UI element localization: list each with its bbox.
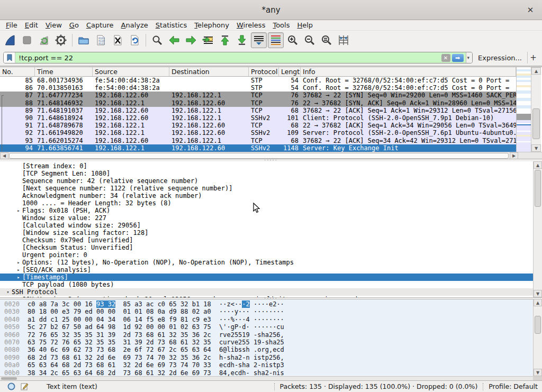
detail-row[interactable]: [Window size scaling factor: 128] [0,229,533,236]
expander-closed-icon[interactable]: ▸ [15,266,22,274]
packet-row[interactable]: 8871.648146932192.168.122.1192.168.122.6… [0,99,516,107]
packet-row[interactable]: 9471.663856741192.168.122.1192.168.122.6… [0,144,516,152]
hex-row[interactable]: 0040a1 dd c1 25 00 00 04 34 06 14 f5 e8 … [4,316,284,323]
display-filter-input[interactable] [15,52,441,63]
reload-file-button[interactable] [127,32,142,48]
hex-row[interactable]: 007063 75 72 76 65 32 35 35 31 39 2d 73 … [4,339,284,346]
filter-apply-button[interactable]: ➡ [452,54,464,62]
go-to-packet-button[interactable] [200,32,216,48]
detail-row[interactable]: Window size value: 227 [0,214,533,222]
packet-list-hscrollbar[interactable]: ◀ ▶ [0,152,518,159]
column-header-info[interactable]: Info [301,67,516,76]
resize-columns-button[interactable] [336,32,351,48]
detail-row[interactable]: ▸[SEQ/ACK analysis] [0,266,533,274]
scrollbar-thumb[interactable] [535,170,541,207]
scrollbar-thumb[interactable] [1,377,17,380]
detail-row[interactable]: Urgent pointer: 0 [0,251,533,259]
menu-analyze[interactable]: Analyze [118,21,152,30]
auto-scroll-button[interactable] [251,32,267,48]
save-file-button[interactable]: 010101100111 [93,32,109,48]
expander-closed-icon[interactable]: ▸ [15,274,22,281]
column-header-time[interactable]: Time [35,67,93,76]
menu-statistics[interactable]: Statistics [152,21,191,30]
detail-row[interactable]: [TCP Segment Len: 1080] [0,170,533,177]
start-capture-button[interactable] [2,32,18,48]
scroll-down-arrow-icon[interactable]: ▼ [534,369,542,376]
menu-capture[interactable]: Capture [83,21,118,30]
expression-button[interactable]: Expression... [473,54,527,62]
menu-go[interactable]: Go [66,21,83,30]
scroll-up-arrow-icon[interactable]: ▲ [534,299,542,306]
zoom-in-button[interactable] [285,32,301,48]
column-header-length[interactable]: Length [279,67,301,76]
capture-comment-icon[interactable] [21,382,29,390]
details-vscrollbar[interactable]: ▲ ▼ [533,161,542,297]
detail-row[interactable]: 1000 .... = Header Length: 32 bytes (8) [0,199,533,207]
column-header-protocol[interactable]: Protocol [249,67,279,76]
go-forward-button[interactable] [183,32,199,48]
packet-row[interactable]: 9271.661949820192.168.122.1192.168.122.6… [0,129,516,136]
bytes-vscrollbar[interactable]: ▲ ▼ [533,299,542,376]
zoom-100-button[interactable] [319,32,335,48]
scroll-up-arrow-icon[interactable]: ▲ [534,161,542,169]
find-packet-button[interactable] [149,32,165,48]
colorize-packets-button[interactable] [268,32,284,48]
detail-row[interactable]: Acknowledgment number: 34 (relative ack … [0,192,533,199]
menu-help[interactable]: Help [293,21,317,30]
restart-capture-button[interactable] [36,32,52,48]
detail-row[interactable]: Sequence number: 42 (relative sequence n… [0,177,533,185]
hex-row[interactable]: 00b038 34 2c 65 63 64 68 2d 73 68 61 32 … [4,369,284,376]
stop-capture-button[interactable] [19,32,35,48]
menu-wireless[interactable]: Wireless [233,21,269,30]
detail-row[interactable]: [Stream index: 0] [0,162,533,170]
hex-row[interactable]: 00a065 63 64 68 2d 73 68 61 32 2d 6e 69 … [4,361,284,369]
packet-row[interactable]: 9171.648789678192.168.122.1192.168.122.6… [0,122,516,129]
menu-edit[interactable]: Edit [21,21,42,30]
packet-list-minimap[interactable] [516,67,531,152]
column-header-source[interactable]: Source [93,67,169,76]
hex-row[interactable]: 008036 40 6c 69 62 73 73 68 2e 6f 72 67 … [4,346,284,353]
scrollbar-thumb[interactable] [532,108,540,139]
bytes-hscrollbar[interactable] [0,376,533,380]
expander-closed-icon[interactable]: ▸ [15,207,22,214]
menu-telephony[interactable]: Telephony [191,21,233,30]
close-window-button[interactable]: ✕ [525,5,536,15]
add-filter-button[interactable]: + [527,52,539,63]
packet-row[interactable]: 8971.648191037192.168.122.60192.168.122.… [0,107,516,114]
hex-row[interactable]: 006072 76 65 32 35 35 31 39 2d 73 68 61 … [4,331,284,339]
scrollbar-thumb[interactable] [535,316,541,334]
hex-row[interactable]: 003080 18 00 e3 79 ed 00 00 01 01 08 0a … [4,308,284,315]
expert-info-icon[interactable] [7,382,15,390]
detail-row[interactable]: TCP payload (1080 bytes) [0,281,533,288]
detail-row[interactable]: [Checksum Status: Unverified] [0,244,533,251]
detail-row[interactable]: ▸Options: (12 bytes), No-Operation (NOP)… [0,259,533,266]
menu-tools[interactable]: Tools [269,21,293,30]
packet-list-vscrollbar[interactable]: ▲ ▼ [531,67,541,152]
profile-selector[interactable]: Profile: Default [489,382,538,390]
go-back-button[interactable] [166,32,182,48]
column-header-destination[interactable]: Destination [169,67,249,76]
menu-file[interactable]: File [2,21,21,30]
packet-row[interactable]: 9071.648618924192.168.122.60192.168.122.… [0,114,516,122]
packet-row[interactable]: 8568.001734936fe:54:00:d4:38:2aSTP54Conf… [0,77,516,84]
filter-clear-button[interactable]: ✕ [441,54,450,62]
packet-row[interactable]: 9371.662015274192.168.122.60192.168.122.… [0,137,516,144]
menu-view[interactable]: View [42,21,66,30]
hex-row[interactable]: 0020c0 a8 7a 3c 00 16 93 32 85 a3 ac c0 … [4,300,284,308]
detail-row[interactable]: ▾SSH Protocol [0,288,533,296]
expander-open-icon[interactable]: ▾ [4,288,12,296]
detail-row[interactable]: [Next sequence number: 1122 (relative se… [0,185,533,192]
hex-row[interactable]: 009068 2d 73 68 61 32 2d 6e 69 73 74 70 … [4,354,284,361]
filter-history-dropdown[interactable]: ▾ [466,52,473,63]
filter-bookmark-button[interactable] [4,52,15,63]
go-last-packet-button[interactable] [234,32,250,48]
go-first-packet-button[interactable] [217,32,233,48]
scroll-up-arrow-icon[interactable]: ▲ [531,67,541,75]
packet-row[interactable]: 8670.013850163fe:54:00:d4:38:2aSTP54Conf… [0,84,516,92]
packet-row[interactable]: 8771.647777234192.168.122.60192.168.122.… [0,92,516,99]
open-file-button[interactable] [76,32,92,48]
scrollbar-thumb[interactable] [9,153,509,159]
close-file-button[interactable] [110,32,125,48]
column-header-no[interactable]: No. [0,67,35,76]
zoom-out-button[interactable] [302,32,318,48]
